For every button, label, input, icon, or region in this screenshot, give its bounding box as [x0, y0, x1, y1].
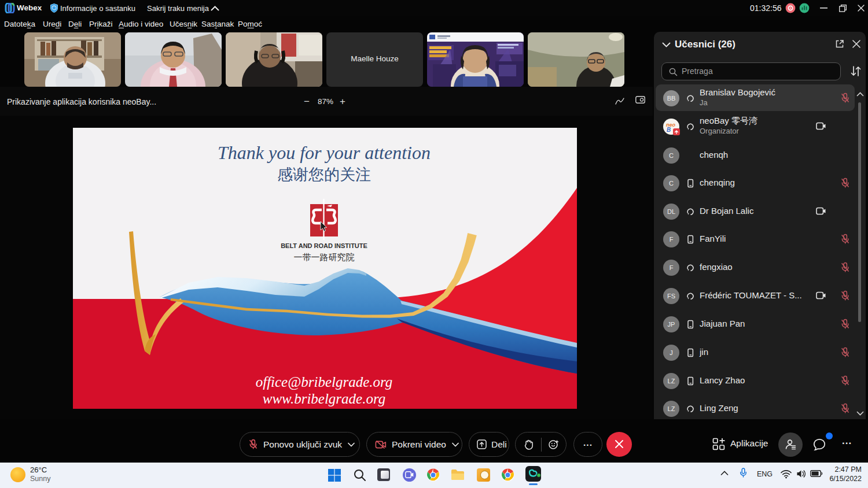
svg-text:一带一路研究院: 一带一路研究院: [294, 252, 355, 262]
svg-text:Thank you for your attention: Thank you for your attention: [218, 142, 431, 163]
svg-text:感谢您的关注: 感谢您的关注: [277, 166, 371, 183]
svg-text:BELT AND ROAD INSTITUTE: BELT AND ROAD INSTITUTE: [281, 242, 367, 249]
svg-text:www.bribelgrade.org: www.bribelgrade.org: [263, 391, 386, 406]
svg-text:office@bribelgrade.org: office@bribelgrade.org: [256, 374, 393, 390]
